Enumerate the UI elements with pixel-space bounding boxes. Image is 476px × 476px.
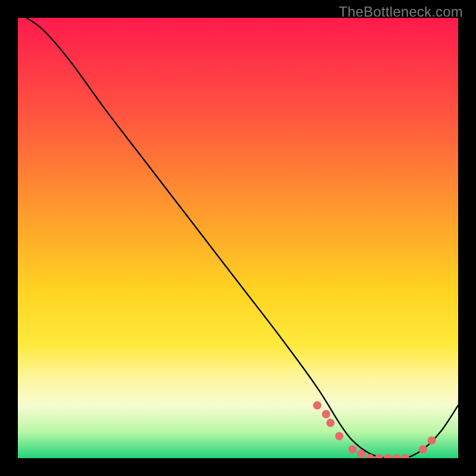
scatter-dot — [392, 454, 400, 458]
line-curve — [27, 18, 458, 458]
chart-svg — [18, 18, 458, 458]
scatter-dot — [313, 401, 321, 409]
scatter-dot — [357, 450, 365, 458]
scatter-dot — [384, 454, 392, 458]
scatter-dot — [375, 454, 383, 458]
scatter-dot — [419, 445, 427, 453]
scatter-dot — [335, 432, 343, 440]
scatter-dot — [401, 454, 409, 458]
scatter-dot — [326, 419, 334, 427]
chart-stage: TheBottleneck.com — [0, 0, 476, 476]
scatter-dot — [428, 436, 436, 444]
plot-area — [18, 18, 458, 458]
scatter-dot — [348, 445, 356, 453]
scatter-dot — [322, 410, 330, 418]
